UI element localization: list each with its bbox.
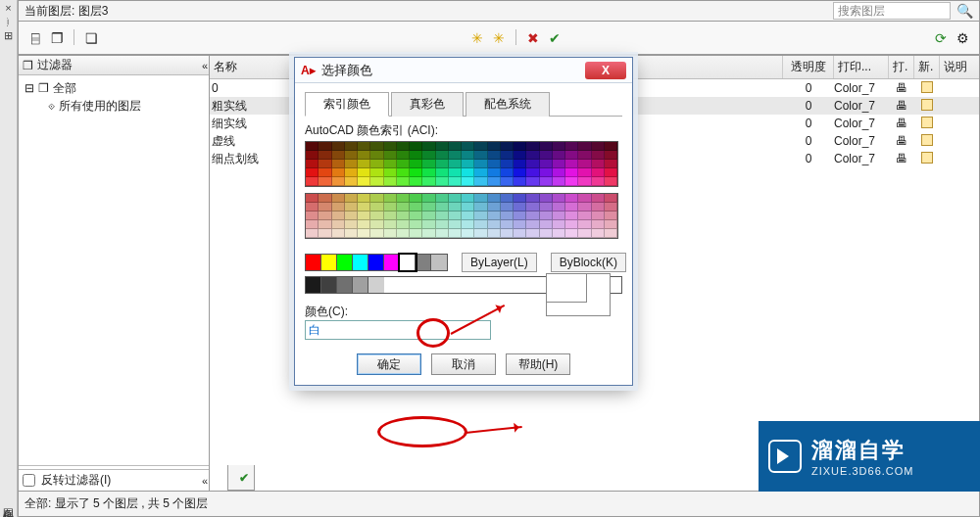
byblock-button[interactable]: ByBlock(K)	[551, 253, 626, 272]
layer-state-icon[interactable]: ❏	[82, 29, 100, 47]
aci-swatch[interactable]	[384, 168, 397, 177]
aci-swatch[interactable]	[565, 229, 578, 238]
aci-swatch[interactable]	[488, 212, 501, 220]
aci-grid-bottom[interactable]	[305, 193, 618, 239]
aci-swatch[interactable]	[410, 168, 422, 177]
aci-swatch[interactable]	[592, 168, 605, 177]
aci-swatch[interactable]	[410, 194, 422, 203]
newvp-icon[interactable]	[921, 117, 933, 128]
newvp-icon[interactable]	[921, 99, 933, 111]
color-field[interactable]: 白	[305, 320, 491, 340]
aci-grid-top[interactable]	[305, 141, 618, 187]
col-opacity[interactable]: 透明度	[783, 56, 834, 78]
gray-swatch[interactable]	[368, 277, 384, 293]
aci-swatch[interactable]	[332, 160, 345, 168]
aci-swatch[interactable]	[436, 203, 449, 212]
aci-swatch[interactable]	[488, 203, 501, 212]
aci-swatch[interactable]	[306, 177, 318, 186]
aci-swatch[interactable]	[370, 177, 383, 186]
aci-swatch[interactable]	[553, 177, 565, 186]
aci-swatch[interactable]	[605, 229, 617, 238]
aci-swatch[interactable]	[410, 142, 422, 151]
aci-swatch[interactable]	[474, 203, 487, 212]
aci-swatch[interactable]	[422, 229, 435, 238]
aci-swatch[interactable]	[553, 151, 565, 160]
aci-swatch[interactable]	[592, 142, 605, 151]
tab-color-books[interactable]: 配色系统	[466, 92, 550, 117]
aci-swatch[interactable]	[462, 142, 474, 151]
dialog-titlebar[interactable]: A▸ 选择颜色 X	[295, 58, 632, 83]
aci-swatch[interactable]	[449, 220, 462, 229]
gray-swatch[interactable]	[306, 277, 321, 293]
aci-swatch[interactable]	[501, 229, 514, 238]
aci-swatch[interactable]	[410, 151, 422, 160]
aci-swatch[interactable]	[578, 212, 591, 220]
aci-swatch[interactable]	[462, 168, 474, 177]
aci-swatch[interactable]	[332, 220, 345, 229]
aci-swatch[interactable]	[526, 212, 539, 220]
aci-swatch[interactable]	[370, 212, 383, 220]
aci-swatch[interactable]	[358, 151, 370, 160]
dock-menu-icon[interactable]: ⊞	[0, 27, 17, 42]
aci-swatch[interactable]	[436, 220, 449, 229]
aci-swatch[interactable]	[318, 194, 331, 203]
tab-true-color[interactable]: 真彩色	[391, 92, 464, 117]
aci-swatch[interactable]	[370, 220, 383, 229]
aci-swatch[interactable]	[474, 151, 487, 160]
aci-swatch[interactable]	[306, 203, 318, 212]
aci-swatch[interactable]	[462, 220, 474, 229]
aci-swatch[interactable]	[474, 229, 487, 238]
aci-swatch[interactable]	[422, 194, 435, 203]
aci-swatch[interactable]	[318, 212, 331, 220]
aci-swatch[interactable]	[592, 203, 605, 212]
aci-swatch[interactable]	[501, 168, 514, 177]
aci-swatch[interactable]	[474, 194, 487, 203]
aci-swatch[interactable]	[422, 220, 435, 229]
collapse-filter-icon[interactable]	[202, 60, 205, 71]
aci-swatch[interactable]	[501, 142, 514, 151]
aci-swatch[interactable]	[462, 203, 474, 212]
aci-swatch[interactable]	[397, 229, 410, 238]
aci-swatch[interactable]	[592, 229, 605, 238]
aci-swatch[interactable]	[422, 177, 435, 186]
aci-swatch[interactable]	[449, 160, 462, 168]
aci-swatch[interactable]	[318, 160, 331, 168]
aci-swatch[interactable]	[397, 194, 410, 203]
aci-swatch[interactable]	[605, 168, 617, 177]
aci-swatch[interactable]	[436, 229, 449, 238]
aci-swatch[interactable]	[436, 151, 449, 160]
aci-swatch[interactable]	[514, 212, 526, 220]
layer-tree-icon[interactable]: ⌸	[26, 29, 44, 47]
aci-swatch[interactable]	[449, 203, 462, 212]
aci-swatch[interactable]	[540, 151, 553, 160]
bylayer-button[interactable]: ByLayer(L)	[462, 253, 537, 272]
ok-button[interactable]: 确定	[357, 353, 421, 375]
std-color-swatch[interactable]	[431, 255, 447, 270]
aci-swatch[interactable]	[345, 142, 358, 151]
aci-swatch[interactable]	[436, 168, 449, 177]
aci-swatch[interactable]	[370, 151, 383, 160]
aci-swatch[interactable]	[565, 168, 578, 177]
std-color-swatch[interactable]	[321, 255, 337, 270]
delete-layer-icon[interactable]: ✖	[524, 29, 542, 47]
aci-swatch[interactable]	[332, 194, 345, 203]
aci-swatch[interactable]	[565, 203, 578, 212]
aci-swatch[interactable]	[540, 142, 553, 151]
aci-swatch[interactable]	[565, 160, 578, 168]
aci-swatch[interactable]	[332, 203, 345, 212]
aci-swatch[interactable]	[332, 151, 345, 160]
aci-swatch[interactable]	[578, 151, 591, 160]
aci-swatch[interactable]	[306, 194, 318, 203]
aci-swatch[interactable]	[578, 194, 591, 203]
cancel-button[interactable]: 取消	[431, 353, 496, 375]
aci-swatch[interactable]	[422, 151, 435, 160]
newvp-icon[interactable]	[921, 152, 933, 164]
aci-swatch[interactable]	[605, 151, 617, 160]
aci-swatch[interactable]	[370, 194, 383, 203]
aci-swatch[interactable]	[384, 151, 397, 160]
aci-swatch[interactable]	[370, 160, 383, 168]
aci-swatch[interactable]	[462, 229, 474, 238]
std-color-swatch[interactable]	[384, 255, 400, 270]
dock-pin-icon[interactable]: ⟯	[0, 14, 17, 27]
aci-swatch[interactable]	[318, 220, 331, 229]
